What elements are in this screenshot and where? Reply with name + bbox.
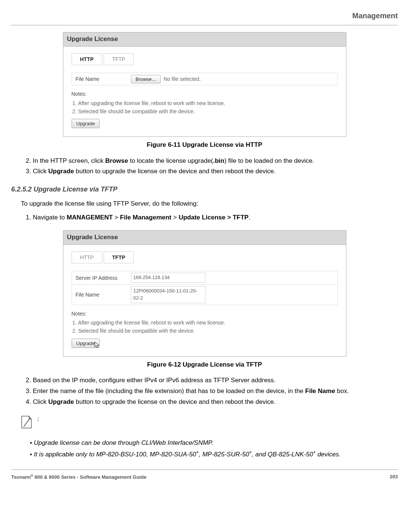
page-number: 203 <box>390 474 398 481</box>
note-item: Selected file should be compatible with … <box>78 327 338 335</box>
note-icon <box>20 415 33 430</box>
step-item: Click Upgrade button to upgrade the lice… <box>33 167 398 176</box>
tab-http[interactable]: HTTP <box>72 53 103 65</box>
step-item: In the HTTP screen, click Browse to loca… <box>33 156 398 166</box>
panel-title: Upgrade License <box>63 231 346 245</box>
note-block: : <box>20 415 398 430</box>
note-bullets: Upgrade license can be done through CLI/… <box>30 438 398 459</box>
tftp-steps: Based on the IP mode, configure either I… <box>33 376 398 406</box>
upgrade-license-tftp-panel: Upgrade License HTTP TFTP Server IP Addr… <box>63 230 346 356</box>
notes-label: Notes: <box>72 310 338 317</box>
tab-tftp[interactable]: TFTP <box>104 251 134 263</box>
file-name-label: File Name <box>72 73 128 85</box>
upgrade-button[interactable]: Upgrade <box>72 339 100 348</box>
section-heading: 6.2.5.2 Upgrade License via TFTP <box>11 184 398 194</box>
panel-title: Upgrade License <box>63 32 346 47</box>
intro-text: To upgrade the license file using TFTP S… <box>21 199 398 209</box>
page-footer: Tsunami® 800 & 8000 Series - Software Ma… <box>11 469 398 483</box>
step-item: Click Upgrade button to upgrade the lice… <box>33 398 398 407</box>
no-file-text: No file selected. <box>164 75 201 83</box>
server-ip-row: Server IP Address 169.254.128.134 <box>72 271 338 285</box>
notes-list: After upgrading the license file, reboot… <box>78 99 338 115</box>
note-item: Selected file should be compatible with … <box>78 108 338 115</box>
file-name-label: File Name <box>72 289 128 301</box>
footer-left: Tsunami® 800 & 8000 Series - Software Ma… <box>11 474 147 481</box>
step-item: Enter the name of the file (including th… <box>33 387 398 396</box>
upgrade-button[interactable]: Upgrade <box>72 119 100 128</box>
tabs: HTTP TFTP <box>72 251 338 263</box>
figure-caption: Figure 6-11 Upgrade License via HTTP <box>11 140 398 150</box>
figure-caption: Figure 6-12 Upgrade License via TFTP <box>11 360 398 370</box>
step-item: Based on the IP mode, configure either I… <box>33 376 398 385</box>
notes-label: Notes: <box>72 90 338 98</box>
note-bullet: It is applicable only to MP-820-BSU-100,… <box>30 449 398 459</box>
server-ip-input[interactable]: 169.254.128.134 <box>131 273 205 283</box>
file-name-input[interactable]: 12PI06000034-150-11-01-20-02-2 <box>131 286 205 303</box>
tab-http[interactable]: HTTP <box>72 251 103 263</box>
note-item: After upgrading the license file, reboot… <box>78 319 338 326</box>
tabs: HTTP TFTP <box>72 53 338 65</box>
note-bullet: Upgrade license can be done through CLI/… <box>30 438 398 448</box>
http-steps: In the HTTP screen, click Browse to loca… <box>33 156 398 176</box>
cursor-icon <box>94 341 101 351</box>
browse-button[interactable]: Browse... <box>131 75 161 83</box>
notes-list: After upgrading the license file, reboot… <box>78 319 338 335</box>
upgrade-license-http-panel: Upgrade License HTTP TFTP File Name Brow… <box>63 32 346 137</box>
note-colon: : <box>37 415 39 424</box>
note-item: After upgrading the license file, reboot… <box>78 99 338 107</box>
step-item: Navigate to MANAGEMENT > File Management… <box>33 213 398 222</box>
file-name-row: File Name Browse... No file selected. <box>72 73 338 85</box>
server-ip-label: Server IP Address <box>72 272 128 284</box>
header-title: Management <box>352 12 398 20</box>
tftp-nav-step: Navigate to MANAGEMENT > File Management… <box>33 213 398 222</box>
tab-tftp[interactable]: TFTP <box>104 53 134 65</box>
page-header: Management <box>11 7 398 25</box>
file-name-row: File Name 12PI06000034-150-11-01-20-02-2 <box>72 284 338 305</box>
